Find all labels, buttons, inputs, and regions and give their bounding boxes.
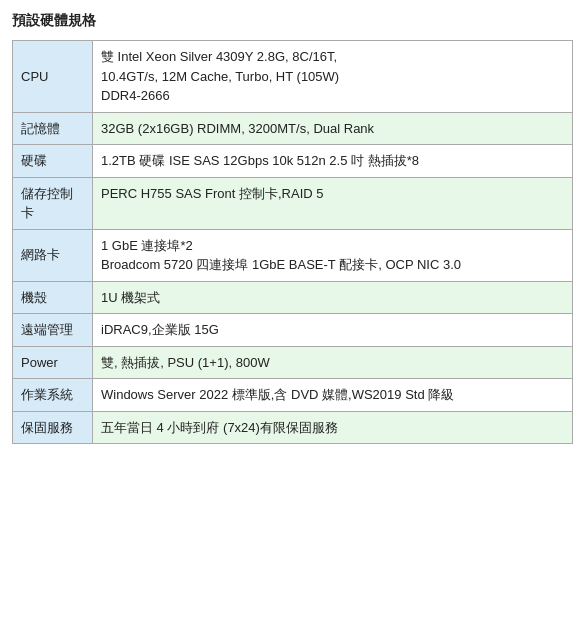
spec-value-0: 雙 Intel Xeon Silver 4309Y 2.8G, 8C/16T, … xyxy=(93,41,573,113)
spec-label-9: 保固服務 xyxy=(13,411,93,444)
spec-label-5: 機殼 xyxy=(13,281,93,314)
spec-label-7: Power xyxy=(13,346,93,379)
spec-value-6: iDRAC9,企業版 15G xyxy=(93,314,573,347)
spec-label-8: 作業系統 xyxy=(13,379,93,412)
spec-label-2: 硬碟 xyxy=(13,145,93,178)
spec-value-4: 1 GbE 連接埠*2 Broadcom 5720 四連接埠 1GbE BASE… xyxy=(93,229,573,281)
spec-label-1: 記憶體 xyxy=(13,112,93,145)
spec-value-2: 1.2TB 硬碟 ISE SAS 12Gbps 10k 512n 2.5 吋 熱… xyxy=(93,145,573,178)
spec-value-3: PERC H755 SAS Front 控制卡,RAID 5 xyxy=(93,177,573,229)
spec-label-6: 遠端管理 xyxy=(13,314,93,347)
spec-label-4: 網路卡 xyxy=(13,229,93,281)
spec-value-5: 1U 機架式 xyxy=(93,281,573,314)
spec-label-0: CPU xyxy=(13,41,93,113)
spec-value-8: Windows Server 2022 標準版,含 DVD 媒體,WS2019 … xyxy=(93,379,573,412)
spec-value-7: 雙, 熱插拔, PSU (1+1), 800W xyxy=(93,346,573,379)
spec-label-3: 儲存控制 卡 xyxy=(13,177,93,229)
spec-value-1: 32GB (2x16GB) RDIMM, 3200MT/s, Dual Rank xyxy=(93,112,573,145)
page-title: 預設硬體規格 xyxy=(12,12,573,30)
spec-value-9: 五年當日 4 小時到府 (7x24)有限保固服務 xyxy=(93,411,573,444)
specs-table: CPU雙 Intel Xeon Silver 4309Y 2.8G, 8C/16… xyxy=(12,40,573,444)
